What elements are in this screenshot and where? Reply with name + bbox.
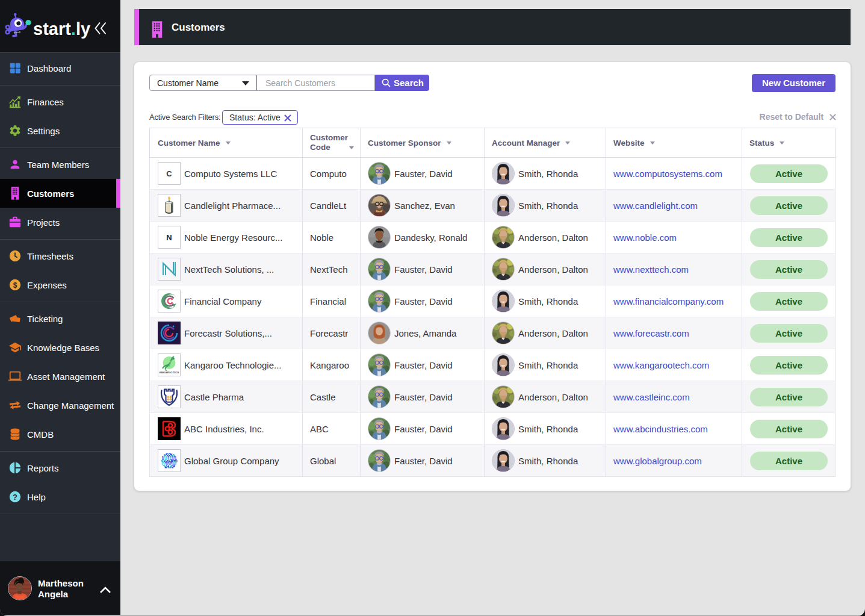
svg-text:?: ? [13,493,17,502]
svg-text:$: $ [13,281,17,290]
svg-text:KANGAROO TECH: KANGAROO TECH [160,372,179,374]
svg-text:C: C [166,169,172,178]
svg-text:N: N [166,233,172,242]
